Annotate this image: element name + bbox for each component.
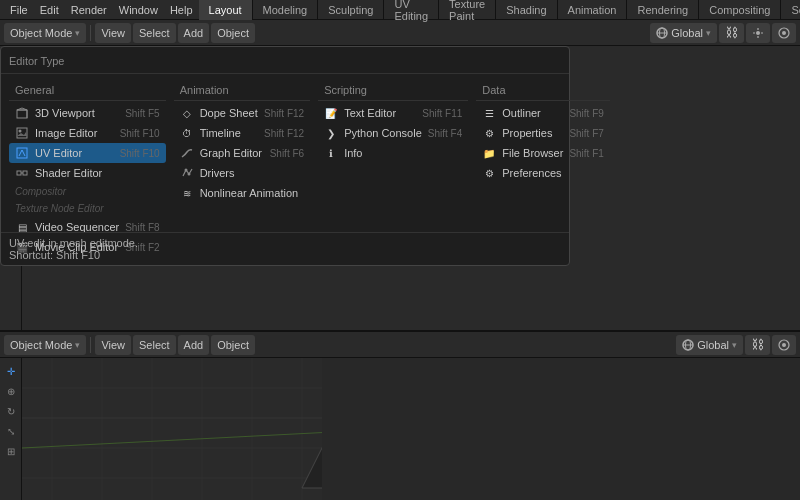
bottom-global-button[interactable]: Global [676, 335, 743, 355]
menu-help[interactable]: Help [164, 0, 199, 20]
3d-viewport-item[interactable]: 3D Viewport Shift F5 [9, 103, 166, 123]
preferences-item[interactable]: ⚙ Preferences [476, 163, 610, 183]
tab-modeling[interactable]: Modeling [253, 0, 319, 20]
preferences-label: Preferences [502, 167, 561, 179]
text-editor-shortcut: Shift F11 [422, 108, 462, 119]
image-editor-item[interactable]: Image Editor Shift F10 [9, 123, 166, 143]
timeline-label: Timeline [200, 127, 241, 139]
preferences-icon: ⚙ [482, 166, 496, 180]
text-editor-icon: 📝 [324, 106, 338, 120]
tab-texture-paint[interactable]: Texture Paint [439, 0, 496, 20]
bottom-move-icon[interactable]: ⊕ [2, 382, 20, 400]
uv-editor-shortcut: Shift F10 [120, 148, 160, 159]
uv-editor-item[interactable]: UV Editor Shift F10 [9, 143, 166, 163]
graph-editor-icon [180, 146, 194, 160]
timeline-item[interactable]: ⏱ Timeline Shift F12 [174, 123, 310, 143]
properties-label: Properties [502, 127, 552, 139]
object-mode-label: Object Mode [10, 27, 72, 39]
bottom-object-button[interactable]: Object [211, 335, 255, 355]
dope-sheet-label: Dope Sheet [200, 107, 258, 119]
tab-sculpting[interactable]: Sculpting [318, 0, 384, 20]
data-col-header: Data [476, 82, 610, 101]
bottom-proportional-icon [778, 339, 790, 351]
file-browser-shortcut: Shift F1 [569, 148, 603, 159]
bottom-object-mode-button[interactable]: Object Mode [4, 335, 86, 355]
toolbar-divider-1 [90, 25, 91, 41]
image-editor-icon [15, 126, 29, 140]
bottom-toolbar-divider [90, 337, 91, 353]
svg-marker-48 [17, 108, 27, 110]
bottom-select-button[interactable]: Select [133, 335, 176, 355]
select-button[interactable]: Select [133, 23, 176, 43]
graph-editor-shortcut: Shift F6 [270, 148, 304, 159]
uv-editor-tooltip: UV edit in mesh editmode.Shortcut: Shift… [1, 232, 569, 265]
add-button[interactable]: Add [178, 23, 210, 43]
bottom-add-button[interactable]: Add [178, 335, 210, 355]
drivers-item[interactable]: Drivers [174, 163, 310, 183]
view-button[interactable]: View [95, 23, 131, 43]
timeline-icon: ⏱ [180, 126, 194, 140]
uv-editor-label: UV Editor [35, 147, 82, 159]
python-console-icon: ❯ [324, 126, 338, 140]
animation-col-header: Animation [174, 82, 310, 101]
tab-animation[interactable]: Animation [558, 0, 628, 20]
tab-layout[interactable]: Layout [199, 0, 253, 20]
info-icon: ℹ [324, 146, 338, 160]
svg-line-84 [22, 408, 322, 448]
compositor-item[interactable]: Compositor [9, 183, 166, 200]
properties-item[interactable]: ⚙ Properties Shift F7 [476, 123, 610, 143]
svg-rect-54 [17, 171, 21, 175]
menu-window[interactable]: Window [113, 0, 164, 20]
texture-node-item[interactable]: Texture Node Editor [9, 200, 166, 217]
image-editor-label: Image Editor [35, 127, 97, 139]
dropdown-header: Editor Type [1, 51, 569, 74]
tab-compositing[interactable]: Compositing [699, 0, 781, 20]
outliner-icon: ☰ [482, 106, 496, 120]
bottom-scale-icon[interactable]: ⤡ [2, 422, 20, 440]
nla-item[interactable]: ≋ Nonlinear Animation [174, 183, 310, 203]
tab-rendering[interactable]: Rendering [627, 0, 699, 20]
workspace-tabs: Layout Modeling Sculpting UV Editing Tex… [199, 0, 800, 20]
bottom-rotate-icon[interactable]: ↻ [2, 402, 20, 420]
shader-editor-icon [15, 166, 29, 180]
nla-icon: ≋ [180, 186, 194, 200]
global-button[interactable]: Global [650, 23, 717, 43]
properties-icon: ⚙ [482, 126, 496, 140]
viewport-toolbar-top: Object Mode View Select Add Object Globa… [0, 20, 800, 46]
dope-sheet-item[interactable]: ◇ Dope Sheet Shift F12 [174, 103, 310, 123]
info-item[interactable]: ℹ Info [318, 143, 468, 163]
link-button[interactable]: ⛓ [719, 23, 744, 43]
snap-button[interactable] [746, 23, 770, 43]
file-browser-item[interactable]: 📁 File Browser Shift F1 [476, 143, 610, 163]
tab-uv-editing[interactable]: UV Editing [384, 0, 439, 20]
svg-point-51 [19, 130, 22, 133]
file-browser-icon: 📁 [482, 146, 496, 160]
bottom-snap-button[interactable]: ⛓ [745, 335, 770, 355]
object-mode-button[interactable]: Object Mode [4, 23, 86, 43]
outliner-shortcut: Shift F9 [569, 108, 603, 119]
dropdown-general-col: General 3D Viewport Shift F5 Image Edito… [5, 82, 170, 257]
menu-edit[interactable]: Edit [34, 0, 65, 20]
snap-icon [752, 27, 764, 39]
nla-label: Nonlinear Animation [200, 187, 298, 199]
tab-shading[interactable]: Shading [496, 0, 557, 20]
drivers-label: Drivers [200, 167, 235, 179]
3d-viewport-shortcut: Shift F5 [125, 108, 159, 119]
object-button[interactable]: Object [211, 23, 255, 43]
menu-file[interactable]: File [4, 0, 34, 20]
bottom-proportional-button[interactable] [772, 335, 796, 355]
tab-scripting[interactable]: Scripting [781, 0, 800, 20]
bottom-view-button[interactable]: View [95, 335, 131, 355]
graph-editor-item[interactable]: Graph Editor Shift F6 [174, 143, 310, 163]
text-editor-item[interactable]: 📝 Text Editor Shift F11 [318, 103, 468, 123]
menu-render[interactable]: Render [65, 0, 113, 20]
left-sidebar-bottom: ✛ ⊕ ↻ ⤡ ⊞ [0, 358, 22, 500]
bottom-cursor-icon[interactable]: ✛ [2, 362, 20, 380]
proportional-button[interactable] [772, 23, 796, 43]
dope-sheet-icon: ◇ [180, 106, 194, 120]
shader-editor-item[interactable]: Shader Editor [9, 163, 166, 183]
python-console-item[interactable]: ❯ Python Console Shift F4 [318, 123, 468, 143]
graph-editor-label: Graph Editor [200, 147, 262, 159]
outliner-item[interactable]: ☰ Outliner Shift F9 [476, 103, 610, 123]
bottom-transform-icon[interactable]: ⊞ [2, 442, 20, 460]
